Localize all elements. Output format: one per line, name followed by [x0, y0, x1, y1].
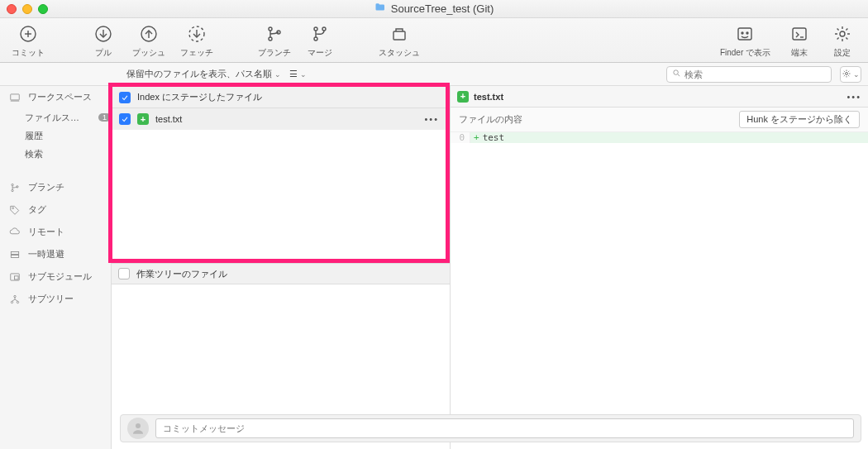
file-checkbox[interactable]	[119, 113, 131, 125]
fetch-label: フェッチ	[180, 47, 213, 59]
chevron-down-icon: ⌄	[300, 70, 307, 79]
window-title-text: SourceTree_test (Git)	[391, 2, 494, 15]
window-close-button[interactable]	[7, 4, 17, 14]
svg-point-27	[12, 184, 13, 185]
diff-line[interactable]: 0 + test	[451, 132, 868, 143]
diff-content-label: ファイルの内容	[459, 113, 522, 126]
sidebar-label: タグ	[28, 203, 46, 216]
settings-label: 設定	[834, 47, 851, 59]
main-area: ワークスペース ファイルス… 1 履歴 検索 ブランチ タグ リモート 一時退避	[0, 86, 868, 449]
diff-header: + test.txt •••	[451, 86, 868, 107]
pull-icon	[92, 22, 115, 45]
window-minimize-button[interactable]	[22, 4, 32, 14]
svg-point-17	[742, 32, 743, 34]
sidebar-item-search[interactable]: 検索	[0, 145, 111, 163]
sidebar-item-stashes[interactable]: 一時退避	[0, 243, 111, 265]
svg-point-22	[674, 70, 679, 75]
sidebar-label: ファイルス…	[25, 112, 79, 124]
avatar[interactable]	[127, 418, 149, 439]
pending-files-dropdown[interactable]: 保留中のファイルを表示、パス名順 ⌄	[126, 68, 281, 80]
svg-point-13	[314, 37, 317, 41]
svg-point-28	[12, 189, 13, 191]
stash-label: スタッシュ	[379, 47, 420, 59]
stash-icon	[388, 22, 411, 45]
window-traffic-lights	[7, 4, 48, 14]
sidebar-label: サブモジュール	[28, 270, 92, 283]
hunk-unstage-button[interactable]: Hunk をステージから除く	[739, 111, 860, 128]
file-more-button[interactable]: •••	[424, 114, 439, 124]
branch-button[interactable]: ブランチ	[258, 22, 291, 59]
sidebar-label: 履歴	[25, 130, 43, 142]
worktree-all-checkbox[interactable]	[118, 268, 130, 279]
fetch-button[interactable]: フェッチ	[180, 22, 213, 59]
finder-icon	[733, 22, 756, 45]
sidebar-item-submodules[interactable]: サブモジュール	[0, 265, 111, 288]
commit-label: コミット	[12, 47, 45, 59]
list-mode-dropdown[interactable]: ☰ ⌄	[289, 69, 307, 79]
file-list-panel: Index にステージしたファイル + test.txt ••• 作業ツリーのフ…	[112, 86, 451, 449]
sidebar-item-history[interactable]: 履歴	[0, 127, 111, 145]
sidebar-label: サブツリー	[28, 293, 74, 305]
svg-rect-15	[393, 31, 405, 40]
diff-line-number: 0	[451, 132, 470, 143]
commit-bar	[120, 414, 861, 442]
sidebar-item-file-status[interactable]: ファイルス… 1	[0, 108, 111, 127]
list-icon: ☰	[289, 69, 298, 79]
staged-header: Index にステージしたファイル	[112, 87, 446, 108]
options-button[interactable]: ⌄	[840, 66, 861, 83]
show-finder-button[interactable]: Finder で表示	[720, 22, 770, 59]
pull-button[interactable]: プル	[89, 22, 117, 59]
staged-all-checkbox[interactable]	[119, 92, 131, 103]
sidebar-item-subtrees[interactable]: サブツリー	[0, 288, 111, 310]
commit-message-input[interactable]	[155, 418, 854, 438]
commit-button[interactable]: コミット	[12, 22, 45, 59]
window-title: SourceTree_test (Git)	[374, 2, 494, 16]
svg-rect-19	[793, 28, 806, 40]
gear-icon	[842, 69, 851, 80]
chevron-down-icon: ⌄	[853, 70, 860, 79]
search-icon	[672, 69, 681, 79]
file-name: test.txt	[155, 114, 182, 124]
svg-rect-32	[11, 255, 18, 257]
push-button[interactable]: プッシュ	[132, 22, 165, 59]
titlebar: SourceTree_test (Git)	[0, 0, 868, 18]
sidebar-label: 検索	[25, 148, 43, 160]
pending-files-label: 保留中のファイルを表示、パス名順	[126, 68, 272, 80]
sidebar-item-workspace[interactable]: ワークスペース	[0, 86, 111, 108]
worktree-header-label: 作業ツリーのファイル	[136, 268, 227, 280]
settings-button[interactable]: 設定	[828, 22, 856, 59]
svg-point-30	[12, 207, 14, 208]
staged-file-row[interactable]: + test.txt •••	[112, 108, 446, 130]
svg-point-9	[269, 27, 272, 31]
worktree-header: 作業ツリーのファイル	[112, 263, 450, 284]
svg-rect-25	[11, 93, 20, 99]
sidebar-item-tags[interactable]: タグ	[0, 198, 111, 221]
svg-point-37	[17, 301, 18, 303]
chevron-down-icon: ⌄	[274, 70, 281, 79]
fetch-icon	[185, 22, 208, 45]
push-label: プッシュ	[132, 47, 165, 59]
merge-icon	[308, 22, 331, 45]
stash-button[interactable]: スタッシュ	[379, 22, 420, 59]
staged-empty-area	[112, 130, 446, 259]
diff-code: test	[483, 132, 505, 143]
branch-label: ブランチ	[258, 47, 291, 59]
terminal-label: 端末	[791, 47, 808, 59]
svg-rect-34	[14, 275, 18, 279]
search-input[interactable]	[684, 69, 826, 79]
diff-panel: + test.txt ••• ファイルの内容 Hunk をステージから除く 0 …	[451, 86, 868, 449]
svg-line-23	[678, 74, 680, 76]
sidebar-label: リモート	[28, 226, 64, 238]
sidebar-item-remotes[interactable]: リモート	[0, 221, 111, 243]
commit-icon	[17, 22, 40, 45]
gear-icon	[831, 22, 854, 45]
folder-icon	[374, 2, 386, 16]
sidebar-item-branches[interactable]: ブランチ	[0, 176, 111, 198]
sidebar-label: 一時退避	[28, 248, 64, 260]
search-field[interactable]	[666, 66, 832, 83]
terminal-button[interactable]: 端末	[785, 22, 813, 59]
merge-button[interactable]: マージ	[306, 22, 334, 59]
window-maximize-button[interactable]	[38, 4, 48, 14]
diff-subheader: ファイルの内容 Hunk をステージから除く	[451, 107, 868, 132]
diff-more-button[interactable]: •••	[847, 92, 861, 102]
